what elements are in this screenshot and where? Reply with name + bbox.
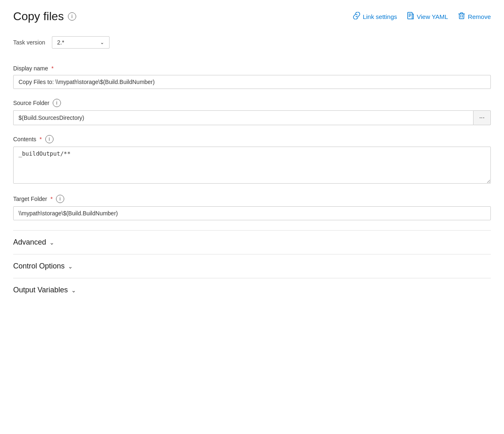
- link-settings-label: Link settings: [363, 13, 397, 20]
- output-variables-label: Output Variables: [13, 286, 68, 294]
- source-folder-label: Source Folder: [13, 100, 49, 106]
- display-name-input[interactable]: [13, 75, 491, 89]
- header-left: Copy files i: [13, 10, 76, 23]
- display-name-label-row: Display name *: [13, 65, 491, 72]
- link-icon: [353, 12, 360, 21]
- ellipsis-icon: ···: [479, 114, 485, 121]
- advanced-label: Advanced: [13, 238, 46, 247]
- yaml-icon: [407, 12, 414, 21]
- target-folder-input[interactable]: [13, 206, 491, 220]
- remove-label: Remove: [468, 13, 491, 20]
- control-options-header[interactable]: Control Options ⌄: [13, 262, 491, 278]
- page-header: Copy files i Link settings View: [13, 10, 491, 23]
- source-folder-input-row: ···: [13, 110, 491, 125]
- source-folder-browse-button[interactable]: ···: [473, 110, 491, 125]
- contents-info-icon[interactable]: i: [45, 135, 54, 143]
- view-yaml-label: View YAML: [417, 13, 448, 20]
- view-yaml-action[interactable]: View YAML: [407, 12, 448, 21]
- display-name-section: Display name *: [13, 65, 491, 89]
- contents-label: Contents: [13, 136, 36, 142]
- title-info-icon[interactable]: i: [68, 12, 76, 21]
- control-options-section: Control Options ⌄: [13, 254, 491, 278]
- task-version-select[interactable]: 2.* ⌄: [52, 36, 110, 49]
- display-name-label: Display name: [13, 65, 48, 72]
- task-version-row: Task version 2.* ⌄: [13, 36, 491, 49]
- control-options-chevron-icon: ⌄: [68, 263, 73, 270]
- task-version-value: 2.*: [57, 39, 64, 46]
- version-chevron-icon: ⌄: [100, 40, 104, 45]
- source-folder-label-row: Source Folder i: [13, 99, 491, 107]
- target-folder-label: Target Folder: [13, 196, 47, 202]
- contents-section: Contents * i _buildOutput/**: [13, 135, 491, 185]
- source-folder-input[interactable]: [13, 110, 473, 125]
- contents-required: *: [40, 136, 42, 142]
- display-name-required: *: [51, 65, 54, 72]
- output-variables-header[interactable]: Output Variables ⌄: [13, 286, 491, 302]
- task-version-label: Task version: [13, 39, 45, 46]
- source-folder-info-icon[interactable]: i: [53, 99, 61, 107]
- link-settings-action[interactable]: Link settings: [353, 12, 397, 21]
- advanced-section: Advanced ⌄: [13, 230, 491, 254]
- target-folder-section: Target Folder * i: [13, 195, 491, 220]
- control-options-label: Control Options: [13, 262, 65, 271]
- output-variables-chevron-icon: ⌄: [71, 287, 76, 294]
- contents-input[interactable]: _buildOutput/**: [13, 147, 491, 184]
- advanced-header[interactable]: Advanced ⌄: [13, 238, 491, 254]
- header-actions: Link settings View YAML Rem: [353, 12, 491, 21]
- advanced-chevron-icon: ⌄: [49, 239, 54, 246]
- contents-label-row: Contents * i: [13, 135, 491, 143]
- remove-action[interactable]: Remove: [458, 12, 491, 21]
- page-title: Copy files: [13, 10, 64, 23]
- output-variables-section: Output Variables ⌄: [13, 278, 491, 302]
- target-folder-info-icon[interactable]: i: [56, 195, 64, 203]
- target-folder-label-row: Target Folder * i: [13, 195, 491, 203]
- source-folder-section: Source Folder i ···: [13, 99, 491, 125]
- remove-icon: [458, 12, 465, 21]
- target-folder-required: *: [50, 196, 52, 202]
- svg-rect-0: [408, 12, 412, 19]
